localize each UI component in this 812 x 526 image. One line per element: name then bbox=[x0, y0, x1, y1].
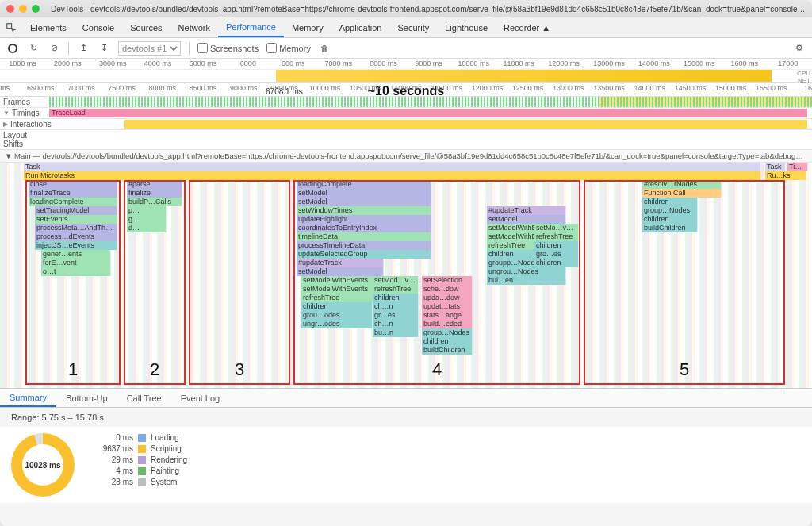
download-profile-icon[interactable]: ↧ bbox=[98, 42, 110, 55]
upload-profile-icon[interactable]: ↥ bbox=[77, 42, 90, 55]
detail-tab-bottom-up[interactable]: Bottom-Up bbox=[56, 389, 117, 407]
tab-performance[interactable]: Performance bbox=[218, 17, 284, 37]
flame-entry[interactable]: #parse bbox=[127, 180, 182, 189]
maximize-window-icon[interactable] bbox=[32, 5, 40, 13]
flame-entry[interactable]: bui…en bbox=[487, 276, 566, 285]
tab-application[interactable]: Application bbox=[331, 17, 390, 37]
flame-entry[interactable]: finalizeTrace bbox=[29, 189, 117, 198]
timeline-ruler[interactable]: 6708.1 ms ~10 seconds 00 ms6500 ms7000 m… bbox=[0, 83, 812, 97]
flame-entry[interactable]: children bbox=[642, 215, 698, 224]
flame-entry[interactable]: children bbox=[534, 241, 579, 250]
session-select[interactable]: devtools #1 bbox=[118, 41, 181, 56]
flame-entry[interactable]: group…Nodes bbox=[642, 206, 698, 215]
flame-entry[interactable]: processTimelineData bbox=[297, 241, 431, 250]
flame-entry[interactable]: updateSelectedGroup bbox=[297, 250, 431, 259]
flame-entry[interactable]: setMod…vents bbox=[373, 276, 419, 285]
flame-entry[interactable]: ch…n bbox=[373, 320, 419, 328]
flame-entry[interactable]: children bbox=[422, 337, 473, 346]
flame-entry[interactable]: setEvents bbox=[35, 215, 117, 224]
flame-entry[interactable]: timelineData bbox=[297, 232, 431, 241]
track-frames[interactable]: Frames bbox=[0, 97, 812, 108]
interaction-bar[interactable] bbox=[124, 120, 807, 129]
settings-gear-icon[interactable]: ⚙ bbox=[793, 42, 806, 55]
tab-sources[interactable]: Sources bbox=[122, 17, 170, 37]
tab-network[interactable]: Network bbox=[170, 17, 218, 37]
flame-entry[interactable]: Task bbox=[765, 163, 786, 171]
flame-entry[interactable]: children bbox=[534, 259, 579, 267]
flame-entry[interactable]: gr…es bbox=[373, 311, 419, 320]
tab-elements[interactable]: Elements bbox=[22, 17, 75, 37]
flame-entry[interactable]: stats…ange bbox=[422, 311, 473, 320]
inspect-element-icon[interactable] bbox=[0, 17, 22, 37]
flame-entry[interactable]: updat…tats bbox=[422, 302, 473, 311]
memory-checkbox[interactable]: Memory bbox=[266, 43, 311, 53]
flame-entry[interactable]: sche…dow bbox=[422, 285, 473, 294]
flame-entry[interactable]: bu…n bbox=[373, 328, 419, 337]
flame-entry[interactable]: injectJS…eEvents bbox=[35, 241, 117, 250]
flame-entry[interactable]: Function Call bbox=[642, 189, 722, 198]
flame-entry[interactable]: loadingComplete bbox=[29, 198, 117, 206]
flame-entry[interactable]: ungrou…Nodes bbox=[487, 267, 566, 276]
minimize-window-icon[interactable] bbox=[19, 5, 27, 13]
flame-entry[interactable]: buildP…Calls bbox=[127, 198, 182, 206]
flame-chart[interactable]: TaskTaskTi…edRun MicrotasksRu…ksclosefin… bbox=[0, 163, 812, 389]
flame-entry[interactable]: buildChildren bbox=[642, 224, 698, 232]
timing-traceload[interactable]: TraceLoad bbox=[49, 109, 807, 117]
detail-tab-event-log[interactable]: Event Log bbox=[171, 389, 230, 407]
collect-garbage-icon[interactable]: 🗑 bbox=[319, 42, 331, 55]
tab-console[interactable]: Console bbox=[75, 17, 122, 37]
flame-entry[interactable]: setModel bbox=[297, 189, 431, 198]
flame-entry[interactable]: setModel bbox=[487, 215, 566, 224]
flame-entry[interactable]: children bbox=[373, 294, 419, 302]
flame-entry[interactable]: setMo…vents bbox=[534, 224, 579, 232]
flame-entry[interactable]: ch…n bbox=[373, 302, 419, 311]
detail-tab-summary[interactable]: Summary bbox=[0, 389, 56, 407]
track-timings[interactable]: ▼Timings TraceLoad bbox=[0, 108, 812, 119]
track-interactions[interactable]: ▶Interactions bbox=[0, 119, 812, 130]
tab-security[interactable]: Security bbox=[389, 17, 437, 37]
flame-entry[interactable]: #updateTrack bbox=[297, 259, 384, 267]
flame-entry[interactable]: coordinatesToEntryIndex bbox=[297, 224, 431, 232]
flame-entry[interactable]: gro…es bbox=[534, 250, 579, 259]
flame-entry[interactable]: gener…ents bbox=[41, 250, 111, 259]
tab-memory[interactable]: Memory bbox=[284, 17, 331, 37]
screenshots-checkbox[interactable]: Screenshots bbox=[197, 43, 259, 53]
flame-entry[interactable]: Run Microtasks bbox=[24, 171, 761, 180]
record-button[interactable] bbox=[6, 42, 19, 55]
detail-tab-call-tree[interactable]: Call Tree bbox=[117, 389, 171, 407]
flame-entry[interactable]: d… bbox=[127, 224, 167, 232]
flame-entry[interactable]: forE…vent bbox=[41, 259, 111, 267]
flame-entry[interactable]: setModel bbox=[297, 267, 384, 276]
tab-recorder-[interactable]: Recorder ▲ bbox=[496, 17, 558, 37]
flame-entry[interactable]: p… bbox=[127, 206, 167, 215]
overview-strip[interactable]: 1000 ms2000 ms3000 ms4000 ms5000 ms60006… bbox=[0, 59, 812, 83]
flame-entry[interactable]: #updateTrack bbox=[487, 206, 566, 215]
flame-entry[interactable]: g… bbox=[127, 215, 167, 224]
tab-lighthouse[interactable]: Lighthouse bbox=[437, 17, 496, 37]
flame-entry[interactable]: updateHighlight bbox=[297, 215, 431, 224]
flame-entry[interactable]: o…t bbox=[41, 267, 111, 276]
flame-entry[interactable]: children bbox=[642, 198, 698, 206]
flame-entry[interactable]: finalize bbox=[127, 189, 182, 198]
flame-entry[interactable]: setTracingModel bbox=[35, 206, 117, 215]
flame-entry[interactable]: grou…odes bbox=[301, 311, 373, 320]
flame-entry[interactable]: loadingComplete bbox=[297, 180, 431, 189]
close-window-icon[interactable] bbox=[6, 5, 14, 13]
clear-icon[interactable]: ⊘ bbox=[48, 42, 60, 55]
window-controls[interactable] bbox=[6, 5, 40, 13]
flame-entry[interactable]: upda…dow bbox=[422, 294, 473, 302]
reload-record-icon[interactable]: ↻ bbox=[27, 42, 40, 55]
track-layout-shifts[interactable]: Layout Shifts bbox=[0, 130, 812, 150]
flame-entry[interactable]: buildChildren bbox=[422, 346, 473, 355]
flame-entry[interactable]: setWindowTimes bbox=[297, 206, 431, 215]
flame-entry[interactable]: ungr…odes bbox=[301, 320, 373, 328]
main-thread-header[interactable]: ▼ Main — devtools://devtools/bundled/dev… bbox=[0, 150, 812, 163]
flame-entry[interactable]: setModel bbox=[297, 198, 431, 206]
flame-entry[interactable]: Task bbox=[24, 163, 761, 171]
flame-entry[interactable]: build…eded bbox=[422, 320, 473, 328]
flame-entry[interactable]: group…Nodes bbox=[422, 328, 473, 337]
flame-entry[interactable]: Ru…ks bbox=[765, 171, 806, 180]
overview-cpu-bar[interactable]: CPU NET bbox=[0, 70, 812, 82]
flame-entry[interactable]: #resolv…rNodes bbox=[642, 180, 722, 189]
flame-entry[interactable]: processMeta…AndThreads bbox=[35, 224, 117, 232]
